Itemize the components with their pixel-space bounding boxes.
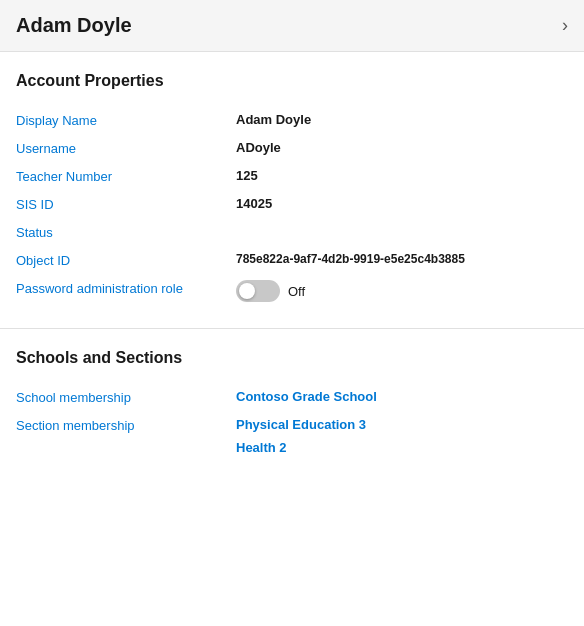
teacher-number-label: Teacher Number xyxy=(16,168,236,184)
close-icon[interactable]: › xyxy=(562,15,568,36)
schools-sections-area: Schools and Sections School membership C… xyxy=(0,339,584,481)
section-membership-values: Physical Education 3 Health 2 xyxy=(236,417,366,455)
password-role-row: Password administration role Off xyxy=(16,274,568,308)
display-name-label: Display Name xyxy=(16,112,236,128)
page-title: Adam Doyle xyxy=(16,14,132,37)
header: Adam Doyle › xyxy=(0,0,584,52)
status-row: Status xyxy=(16,218,568,246)
section-membership-link-2[interactable]: Health 2 xyxy=(236,440,366,455)
object-id-value: 785e822a-9af7-4d2b-9919-e5e25c4b3885 xyxy=(236,252,465,266)
sis-id-label: SIS ID xyxy=(16,196,236,212)
password-role-toggle[interactable] xyxy=(236,280,280,302)
password-role-toggle-container: Off xyxy=(236,280,305,302)
section-membership-row: Section membership Physical Education 3 … xyxy=(16,411,568,461)
section-membership-link-1[interactable]: Physical Education 3 xyxy=(236,417,366,432)
username-label: Username xyxy=(16,140,236,156)
toggle-track xyxy=(236,280,280,302)
username-value: ADoyle xyxy=(236,140,568,155)
account-properties-title: Account Properties xyxy=(16,72,568,90)
school-membership-label: School membership xyxy=(16,389,236,405)
school-membership-row: School membership Contoso Grade School xyxy=(16,383,568,411)
status-label: Status xyxy=(16,224,236,240)
display-name-value: Adam Doyle xyxy=(236,112,568,127)
password-role-label: Password administration role xyxy=(16,280,236,296)
sis-id-value: 14025 xyxy=(236,196,568,211)
teacher-number-row: Teacher Number 125 xyxy=(16,162,568,190)
school-membership-link[interactable]: Contoso Grade School xyxy=(236,389,377,404)
toggle-thumb xyxy=(239,283,255,299)
object-id-label: Object ID xyxy=(16,252,236,268)
teacher-number-value: 125 xyxy=(236,168,568,183)
toggle-off-label: Off xyxy=(288,284,305,299)
schools-sections-title: Schools and Sections xyxy=(16,349,568,367)
sis-id-row: SIS ID 14025 xyxy=(16,190,568,218)
display-name-row: Display Name Adam Doyle xyxy=(16,106,568,134)
section-divider xyxy=(0,328,584,329)
username-row: Username ADoyle xyxy=(16,134,568,162)
object-id-row: Object ID 785e822a-9af7-4d2b-9919-e5e25c… xyxy=(16,246,568,274)
account-properties-section: Account Properties Display Name Adam Doy… xyxy=(0,52,584,318)
section-membership-label: Section membership xyxy=(16,417,236,433)
